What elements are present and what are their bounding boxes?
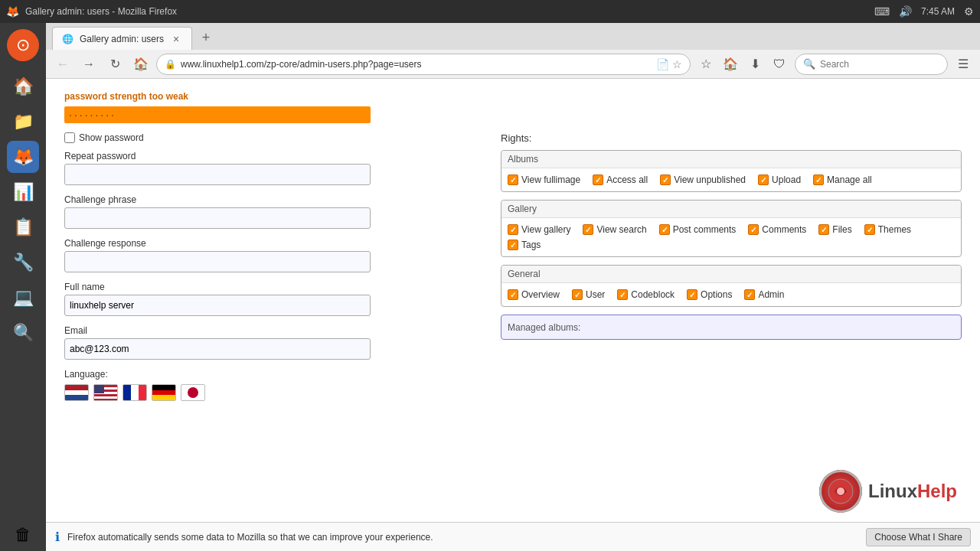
- home-nav-button[interactable]: 🏠: [720, 54, 741, 75]
- albums-content: View fullimage Access all View unpublish…: [501, 168, 961, 191]
- form-layout: Show password Repeat password Challenge …: [64, 132, 962, 401]
- tags-label: Tags: [521, 240, 541, 250]
- sidebar-icon-search[interactable]: 🔍: [7, 317, 39, 349]
- themes-checkbox[interactable]: [864, 224, 875, 235]
- upload-checkbox[interactable]: [758, 174, 769, 185]
- sidebar-icon-trash[interactable]: 🗑: [7, 519, 39, 551]
- manage-all-checkbox[interactable]: [813, 174, 824, 185]
- menu-button[interactable]: ☰: [952, 54, 974, 75]
- rights-item: Files: [818, 224, 851, 235]
- flag-german[interactable]: [152, 384, 176, 401]
- rights-item: View gallery: [508, 224, 570, 235]
- titlebar-title: Gallery admin: users - Mozilla Firefox: [25, 6, 177, 17]
- challenge-response-input[interactable]: [64, 251, 371, 272]
- tools-icon: 🔧: [13, 253, 34, 272]
- flag-english[interactable]: [93, 384, 118, 401]
- download-button[interactable]: ⬇: [744, 54, 766, 75]
- star-button[interactable]: ☆: [695, 54, 717, 75]
- rights-item: Upload: [758, 174, 801, 185]
- gallery-box: Gallery View gallery View search: [501, 200, 962, 257]
- rights-item: Codeblock: [617, 289, 675, 300]
- search-glass-icon: 🔍: [803, 58, 815, 70]
- sidebar-icon-office[interactable]: 📊: [7, 176, 39, 208]
- tab-icon: 🌐: [62, 34, 74, 44]
- access-all-checkbox[interactable]: [593, 174, 603, 185]
- files-checkbox[interactable]: [818, 224, 829, 235]
- titlebar: 🦊 Gallery admin: users - Mozilla Firefox…: [0, 0, 980, 23]
- managed-albums-title: Managed albums:: [508, 322, 580, 333]
- trash-icon: 🗑: [15, 525, 31, 545]
- flag-dutch[interactable]: [64, 384, 89, 401]
- email-group: Email: [64, 325, 478, 360]
- language-label: Language:: [64, 369, 478, 380]
- ubuntu-logo[interactable]: ⊙: [7, 29, 39, 61]
- options-checkbox[interactable]: [687, 289, 697, 300]
- volume-icon: 🔊: [899, 5, 912, 18]
- full-name-group: Full name: [64, 282, 478, 316]
- url-bar[interactable]: 🔒 📄 ☆: [156, 54, 691, 75]
- sidebar-icon-terminal[interactable]: 💻: [7, 282, 39, 314]
- rights-item: Admin: [744, 289, 784, 300]
- home-icon: 🏠: [13, 77, 34, 96]
- codeblock-checkbox[interactable]: [617, 289, 628, 300]
- albums-title: Albums: [501, 151, 961, 168]
- files-label: Files: [832, 224, 851, 235]
- back-button[interactable]: ←: [52, 54, 74, 75]
- themes-label: Themes: [878, 224, 911, 235]
- managed-albums-box: Managed albums:: [501, 315, 962, 340]
- sidebar-icon-files[interactable]: 📁: [7, 106, 39, 138]
- repeat-password-input[interactable]: [64, 164, 371, 185]
- challenge-phrase-input[interactable]: [64, 207, 371, 229]
- terminal-icon: 💻: [13, 288, 34, 308]
- keyboard-icon: ⌨: [874, 5, 890, 18]
- rights-title: Rights:: [501, 132, 962, 144]
- tab-gallery-admin[interactable]: 🌐 Gallery admin: users ×: [52, 27, 192, 50]
- view-search-checkbox[interactable]: [583, 224, 593, 235]
- upload-label: Upload: [772, 174, 801, 185]
- ubuntu-icon: ⊙: [16, 35, 30, 55]
- admin-checkbox[interactable]: [744, 289, 755, 300]
- titlebar-right: ⌨ 🔊 7:45 AM ⚙: [874, 5, 974, 18]
- flag-french[interactable]: [122, 384, 147, 401]
- show-password-checkbox[interactable]: [64, 132, 75, 143]
- rights-item: View search: [583, 224, 646, 235]
- flag-japanese[interactable]: [181, 384, 205, 401]
- search-input[interactable]: [820, 59, 939, 70]
- url-input[interactable]: [181, 59, 652, 70]
- overview-checkbox[interactable]: [508, 289, 518, 300]
- comments-label: Comments: [762, 224, 806, 235]
- view-unpublished-checkbox[interactable]: [660, 174, 671, 185]
- forward-button[interactable]: →: [78, 54, 100, 75]
- firefox-titlebar-icon: 🦊: [6, 5, 19, 18]
- tab-close-button[interactable]: ×: [170, 33, 182, 45]
- access-all-label: Access all: [606, 174, 648, 185]
- new-tab-button[interactable]: +: [195, 27, 217, 48]
- show-password-label: Show password: [64, 132, 144, 143]
- rights-section: Rights: Albums View fullimage Access all: [501, 132, 962, 340]
- sidebar-icon-tools[interactable]: 🔧: [7, 246, 39, 279]
- reload-button[interactable]: ↻: [104, 54, 126, 75]
- comments-checkbox[interactable]: [748, 224, 759, 235]
- pocket-button[interactable]: 🛡: [769, 54, 790, 75]
- info-icon: ℹ: [55, 530, 60, 544]
- full-name-input[interactable]: [64, 295, 371, 316]
- sidebar-icon-firefox[interactable]: 🦊: [7, 141, 39, 173]
- docs-icon: 📋: [13, 217, 34, 237]
- user-checkbox[interactable]: [572, 289, 583, 300]
- ssl-icon: 🔒: [165, 59, 176, 70]
- user-label: User: [586, 289, 605, 300]
- challenge-phrase-group: Challenge phrase: [64, 194, 478, 229]
- view-unpublished-label: View unpublished: [674, 174, 746, 185]
- url-bar-icons: 📄 ☆: [656, 58, 682, 70]
- sidebar-icon-home[interactable]: 🏠: [7, 70, 39, 103]
- search-bar[interactable]: 🔍: [795, 54, 948, 75]
- home-button[interactable]: 🏠: [130, 54, 152, 75]
- email-input[interactable]: [64, 338, 371, 360]
- sidebar-icon-docs[interactable]: 📋: [7, 211, 39, 243]
- view-fullimage-checkbox[interactable]: [508, 174, 518, 185]
- overview-label: Overview: [521, 289, 560, 300]
- view-gallery-checkbox[interactable]: [508, 224, 518, 235]
- post-comments-checkbox[interactable]: [659, 224, 670, 235]
- tags-checkbox[interactable]: [508, 240, 518, 250]
- choose-what-i-share-button[interactable]: Choose What I Share: [866, 528, 971, 546]
